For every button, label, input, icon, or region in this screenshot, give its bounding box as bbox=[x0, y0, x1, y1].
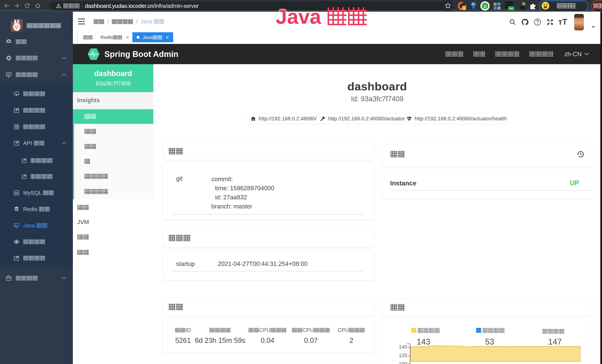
svg-text:on: on bbox=[509, 7, 513, 10]
svg-text:1: 1 bbox=[463, 6, 465, 10]
svg-text:y: y bbox=[484, 4, 486, 8]
